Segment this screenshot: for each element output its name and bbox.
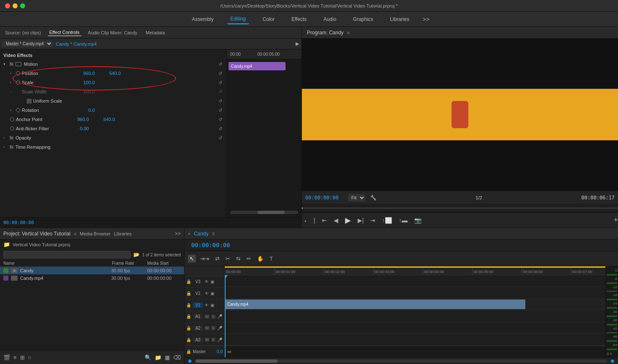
position-x[interactable]: 960.0 [74, 71, 95, 76]
fit-select[interactable]: Fit [348, 194, 365, 201]
motion-reset[interactable]: ↺ [217, 61, 223, 67]
project-menu-icon[interactable]: ≡ [74, 231, 76, 236]
master-value[interactable]: 0.0 [217, 349, 223, 354]
scale-value[interactable]: 100.0 [74, 80, 95, 85]
tl-scroll-left[interactable]: ◉ [188, 358, 192, 364]
fx-scrollbar[interactable] [227, 211, 301, 214]
v1-lock[interactable]: 🔒 [186, 303, 191, 307]
scale-stopwatch[interactable] [16, 80, 20, 85]
v2-lock[interactable]: 🔒 [186, 291, 191, 296]
time-remap-header[interactable]: › fx Time Remapping [0, 142, 226, 152]
anchor-y[interactable]: 540.0 [94, 117, 115, 122]
icon-view-btn[interactable]: ⊞ [20, 354, 25, 361]
tl-track-a2[interactable] [225, 322, 605, 334]
col-media-start[interactable]: Media Start [147, 261, 181, 266]
out-point-btn[interactable]: | [312, 216, 317, 225]
rotation-reset[interactable]: ↺ [217, 107, 223, 113]
tl-track-a3[interactable] [225, 334, 605, 346]
v3-cam[interactable]: ▣ [210, 279, 214, 284]
fx-scrollbar-thumb[interactable] [257, 211, 285, 214]
tab-source[interactable]: Source: (no clips) [3, 29, 43, 36]
v2-eye[interactable]: 👁 [205, 291, 209, 296]
timeline-close-btn[interactable]: × [188, 231, 190, 236]
opacity-header[interactable]: › fx Opacity ↺ [0, 133, 226, 142]
menu-graphics[interactable]: Graphics [350, 15, 377, 24]
program-current-time[interactable]: 00:00:00:00 [305, 195, 343, 201]
minimize-button[interactable] [13, 3, 18, 8]
new-bin-btn[interactable]: 📂 [133, 252, 140, 258]
tl-scroll-right[interactable]: ◉ [610, 358, 615, 364]
new-bin-footer-btn[interactable]: 📁 [155, 354, 161, 361]
col-frame-rate[interactable]: Frame Rate [112, 261, 145, 266]
tab-audio-mixer[interactable]: Audio Clip Mixer: Candy [86, 29, 139, 36]
ripple-edit-btn[interactable]: ⇄ [213, 255, 221, 263]
a2-mic[interactable]: 🎤 [217, 326, 222, 330]
project-item-candy-mp4[interactable]: Candy.mp4 30.00 fps 00:00:00:00 [0, 274, 184, 282]
quality-select[interactable]: 1/2 [476, 195, 482, 200]
a3-lock[interactable]: 🔒 [186, 338, 191, 342]
menu-libraries[interactable]: Libraries [387, 15, 413, 24]
tl-ruler[interactable]: 00:00:00 00:00:01:00 00:00:02:00 00:00:0… [225, 266, 605, 275]
new-item-btn[interactable]: ▦ [165, 354, 170, 361]
tl-track-a1[interactable] [225, 310, 605, 322]
project-panel-more[interactable]: >> [175, 231, 181, 237]
master-goto-start[interactable]: ⏮ [227, 349, 231, 354]
track-select-fwd-btn[interactable]: ⇥⇥ [198, 255, 211, 263]
extract-btn[interactable]: ↑▬ [397, 216, 409, 225]
col-name[interactable]: Name [3, 261, 110, 266]
anchor-x[interactable]: 960.0 [68, 117, 89, 122]
go-to-in-btn[interactable]: ⇤ [320, 216, 329, 225]
a3-solo[interactable]: S [211, 338, 216, 342]
razor-btn[interactable]: ✂ [224, 255, 232, 263]
lift-btn[interactable]: ↑⬜ [380, 216, 394, 225]
master-select[interactable]: Master * Candy.mp4 [3, 41, 52, 47]
scale-width-reset[interactable]: ↺ [217, 89, 223, 95]
menu-effects[interactable]: Effects [288, 15, 310, 24]
a1-mute[interactable]: M [205, 315, 210, 319]
timeline-menu-icon[interactable]: ≡ [212, 231, 215, 237]
v3-lock[interactable]: 🔒 [186, 279, 191, 284]
a3-mic[interactable]: 🎤 [217, 338, 222, 342]
list-view-btn[interactable]: ≡ [13, 354, 17, 361]
v1-cam[interactable]: ▣ [210, 303, 214, 307]
project-search-input[interactable] [3, 251, 131, 258]
close-button[interactable] [5, 3, 10, 8]
tl-track-v2[interactable] [225, 287, 605, 299]
program-playbar[interactable] [302, 204, 618, 212]
in-point-btn[interactable]: ⬩ [302, 216, 309, 225]
anti-flicker-value[interactable]: 0.00 [68, 126, 89, 131]
tab-metadata[interactable]: Metadata [144, 29, 167, 36]
export-frame-btn[interactable]: 📷 [413, 216, 423, 225]
anti-flicker-reset[interactable]: ↺ [217, 126, 223, 132]
tl-track-v1[interactable]: Candy.mp4 [225, 299, 605, 310]
a1-solo[interactable]: S [211, 315, 216, 319]
v1-eye[interactable]: 👁 [205, 303, 209, 307]
free-space-btn[interactable]: ○ [28, 354, 31, 361]
v2-cam[interactable]: ▣ [210, 291, 214, 296]
a1-lock[interactable]: 🔒 [186, 314, 191, 319]
tab-effect-controls[interactable]: Effect Controls [48, 29, 81, 36]
step-fwd-btn[interactable]: ▶| [356, 216, 366, 225]
wrench-icon[interactable]: 🔧 [370, 195, 377, 201]
search-btn[interactable]: 🔍 [145, 354, 151, 361]
a2-mute[interactable]: M [205, 326, 210, 330]
tl-scrollbar-thumb[interactable] [195, 359, 278, 363]
clear-btn[interactable]: ⌫ [173, 354, 181, 361]
menu-audio[interactable]: Audio [320, 15, 340, 24]
a2-lock[interactable]: 🔒 [186, 326, 191, 330]
v3-eye[interactable]: 👁 [205, 279, 209, 284]
type-tool-btn[interactable]: T [268, 255, 275, 263]
tl-clip-candy-mp4[interactable]: Candy.mp4 [225, 299, 525, 309]
pen-tool-btn[interactable]: ✏ [245, 255, 253, 263]
select-tool-btn[interactable]: ↖ [188, 255, 196, 263]
uniform-scale-reset[interactable]: ↺ [217, 98, 223, 104]
tl-track-v3[interactable] [225, 275, 605, 287]
new-sequence-btn[interactable]: 🎬 [3, 354, 10, 361]
project-item-candy[interactable]: ⊞ Candy 30.00 fps 00:00:00:00 [0, 267, 184, 274]
hand-tool-btn[interactable]: ✋ [255, 255, 265, 263]
motion-header[interactable]: ▾ fx Motion ↺ [0, 59, 226, 69]
menu-color[interactable]: Color [259, 15, 278, 24]
menu-assembly[interactable]: Assembly [189, 15, 217, 24]
play-btn[interactable]: ▶ [343, 215, 353, 226]
anchor-reset[interactable]: ↺ [217, 116, 223, 122]
